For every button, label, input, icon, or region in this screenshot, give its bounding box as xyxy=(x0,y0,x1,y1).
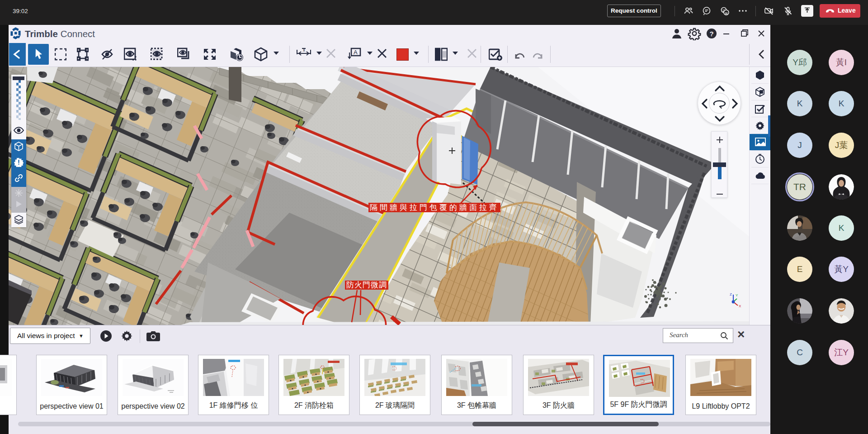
svg-text:x: x xyxy=(303,48,305,52)
svg-text:Z: Z xyxy=(730,292,732,296)
svg-text:X: X xyxy=(739,304,741,308)
svg-text:Y: Y xyxy=(736,293,738,297)
svg-text:A: A xyxy=(354,49,358,56)
svg-text:?: ? xyxy=(709,30,713,38)
